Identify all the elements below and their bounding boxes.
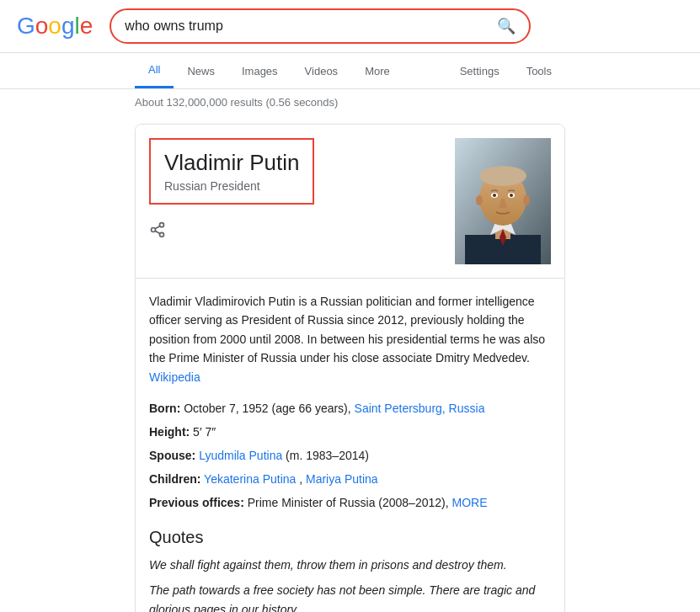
fact-children: Children: Yekaterina Putina , Mariya Put… <box>149 467 551 491</box>
svg-line-3 <box>155 231 160 233</box>
search-input[interactable]: who owns trump <box>125 19 497 34</box>
kp-header: Vladimir Putin Russian President <box>136 125 564 278</box>
born-location-link[interactable]: Saint Petersburg, Russia <box>355 402 485 415</box>
svg-point-15 <box>493 194 496 197</box>
kp-name-box: Vladimir Putin Russian President <box>149 138 314 205</box>
svg-point-1 <box>152 228 156 232</box>
svg-line-4 <box>155 226 160 228</box>
nav-tools[interactable]: Tools <box>513 55 565 88</box>
nav-all[interactable]: All <box>135 53 174 88</box>
kp-description: Vladimir Vladimirovich Putin is a Russia… <box>149 292 551 386</box>
svg-point-18 <box>523 195 530 205</box>
kp-facts: Born: October 7, 1952 (age 66 years), Sa… <box>149 396 551 514</box>
kp-subtitle: Russian President <box>164 179 299 193</box>
child1-link[interactable]: Yekaterina Putina <box>204 472 296 486</box>
svg-point-0 <box>160 223 164 227</box>
svg-point-2 <box>160 232 164 237</box>
fact-born: Born: October 7, 1952 (age 66 years), Sa… <box>149 396 551 420</box>
nav-news[interactable]: News <box>174 55 228 88</box>
spouse-link[interactable]: Lyudmila Putina <box>199 449 282 462</box>
child2-link[interactable]: Mariya Putina <box>306 472 378 486</box>
nav-settings[interactable]: Settings <box>446 55 513 88</box>
more-offices-link[interactable]: MORE <box>452 496 488 509</box>
nav-bar: All News Images Videos More Settings Too… <box>0 53 700 89</box>
fact-height: Height: 5′ 7″ <box>149 420 551 444</box>
quotes-title: Quotes <box>149 528 551 547</box>
kp-image <box>455 138 551 264</box>
fact-spouse: Spouse: Lyudmila Putina (m. 1983–2014) <box>149 444 551 467</box>
svg-point-17 <box>476 195 483 205</box>
header: Google who owns trump 🔍 <box>0 0 700 53</box>
wikipedia-link[interactable]: Wikipedia <box>149 370 200 384</box>
nav-videos[interactable]: Videos <box>291 55 352 88</box>
svg-point-12 <box>479 166 526 186</box>
fact-offices: Previous offices: Prime Minister of Russ… <box>149 491 551 514</box>
knowledge-panel: Vladimir Putin Russian President <box>135 124 565 612</box>
kp-name: Vladimir Putin <box>164 150 299 176</box>
search-box[interactable]: who owns trump 🔍 <box>110 8 531 44</box>
nav-images[interactable]: Images <box>228 55 291 88</box>
kp-name-section: Vladimir Putin Russian President <box>149 138 455 242</box>
nav-more[interactable]: More <box>351 55 403 88</box>
google-logo: Google <box>17 13 93 40</box>
quote-1: We shall fight against them, throw them … <box>149 556 551 574</box>
kp-actions <box>149 221 455 242</box>
svg-point-16 <box>510 194 513 197</box>
search-icon[interactable]: 🔍 <box>497 17 516 35</box>
results-count: About 132,000,000 results (0.56 seconds) <box>0 89 700 115</box>
kp-body: Vladimir Vladimirovich Putin is a Russia… <box>136 278 564 612</box>
share-button[interactable] <box>149 221 166 242</box>
nav-right: Settings Tools <box>446 55 565 88</box>
quote-2: The path towards a free society has not … <box>149 581 551 612</box>
